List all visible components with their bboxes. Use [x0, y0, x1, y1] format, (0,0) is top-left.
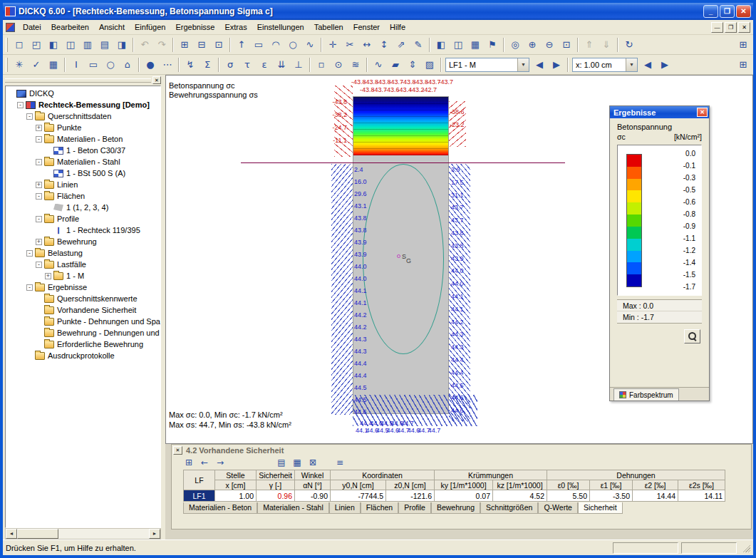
zoom-extents-button[interactable]: ◎ — [507, 36, 524, 53]
table-cell[interactable]: -121.6 — [386, 490, 435, 502]
table-cell[interactable]: 5.50 — [547, 490, 590, 502]
flag-view-button[interactable]: ⚑ — [484, 36, 501, 53]
result-tab[interactable]: Sicherheit — [578, 502, 623, 514]
dropdown-arrow-icon[interactable]: ▼ — [626, 58, 637, 71]
tree-expander[interactable]: + — [36, 239, 42, 245]
tree-item[interactable]: Bewehrung - Dehnungen und — [6, 327, 160, 339]
view-filter-button[interactable]: ▦ — [290, 456, 304, 469]
sort-descending-button[interactable]: ⇓ — [598, 36, 615, 53]
tree-item[interactable]: Vorhandene Sicherheit — [6, 304, 160, 316]
move-tool-button[interactable]: ✛ — [324, 36, 341, 53]
results-panel-close-button[interactable]: ✕ — [697, 108, 708, 117]
tree-item[interactable]: - Materialien - Stahl — [6, 156, 160, 167]
tree-expander[interactable]: + — [45, 273, 51, 279]
previous-load-case-button[interactable]: ◀ — [531, 56, 548, 73]
sort-ascending-button[interactable]: ⇑ — [581, 36, 598, 53]
result-tab[interactable]: Flächen — [361, 502, 398, 514]
tree-item[interactable]: 1 - Beton C30/37 — [6, 145, 160, 156]
table-cell[interactable]: -7744.5 — [331, 490, 386, 502]
multi-point-button[interactable]: ⋯ — [159, 56, 176, 73]
refresh-button[interactable]: ↻ — [621, 36, 638, 53]
support-results-button[interactable]: ⊥ — [290, 56, 307, 73]
tau-results-button[interactable]: τ — [239, 56, 256, 73]
view-table-button[interactable]: ▤ — [274, 456, 289, 469]
tree-item[interactable]: + Punkte — [6, 122, 160, 133]
redo-button[interactable]: ↷ — [153, 36, 170, 53]
tree-expander[interactable]: - — [36, 262, 42, 268]
tree-expander[interactable]: - — [36, 193, 42, 200]
tree-item[interactable]: - Querschnittsdaten — [6, 110, 160, 122]
tree-expander[interactable]: - — [26, 250, 33, 257]
menu-item[interactable]: Bearbeiten — [46, 20, 94, 34]
tree-item[interactable]: - Ergebnisse — [6, 281, 160, 293]
zoom-window-button[interactable]: ⊡ — [558, 36, 575, 53]
save-button[interactable]: ◫ — [62, 36, 79, 53]
menu-item[interactable]: Einfügen — [130, 20, 170, 34]
report-view-button[interactable]: ▦ — [467, 36, 484, 53]
tree-item[interactable]: + 1 - M — [6, 270, 160, 281]
dimension-vertical-button[interactable]: ↕ — [376, 36, 393, 53]
tree-expander[interactable]: + — [36, 125, 42, 131]
result-tab[interactable]: Materialien - Stahl — [257, 502, 329, 514]
circle-tool-button[interactable]: ○ — [284, 36, 301, 53]
table-cell[interactable]: -0.90 — [295, 490, 331, 502]
tree-item[interactable]: - Rechteck-Bemessung [Demo] — [6, 99, 160, 110]
mdi-close-button[interactable]: ✕ — [738, 22, 750, 33]
result-tab[interactable]: Bewehrung — [431, 502, 480, 514]
snap-tool-button[interactable]: ✳ — [11, 56, 28, 73]
arrow-results-button[interactable]: ⇊ — [273, 56, 290, 73]
menu-item[interactable]: Extras — [219, 20, 252, 34]
mesh-tool-button[interactable]: ▦ — [45, 56, 62, 73]
tree-item[interactable]: 1 - BSt 500 S (A) — [6, 167, 160, 179]
split-view-button[interactable]: ◫ — [450, 36, 467, 53]
tree-expander[interactable]: - — [26, 113, 33, 120]
table-points-button[interactable]: ⊞ — [176, 36, 193, 53]
sum-button[interactable]: Σ — [199, 56, 216, 73]
isolines-button[interactable]: ≋ — [347, 56, 364, 73]
resize-grip[interactable] — [741, 543, 750, 552]
undo-button[interactable]: ↶ — [136, 36, 153, 53]
next-position-button[interactable]: ▶ — [656, 56, 673, 73]
drawing-area[interactable]: Betonspannung σc Bewehrungsspannung σs -… — [165, 75, 753, 444]
diagram-hatch-button[interactable]: ▨ — [421, 56, 438, 73]
node-tool-button[interactable]: ↑ — [233, 36, 250, 53]
tree-item[interactable]: Ausdruckprotokolle — [6, 350, 160, 361]
result-table-close-button[interactable]: ✕ — [173, 446, 182, 455]
profile-tool-button[interactable]: Ⅰ — [68, 56, 85, 73]
forward-button[interactable]: → — [213, 456, 227, 469]
tree-item[interactable]: Erforderliche Bewehrung — [6, 339, 160, 350]
diagram-limits-button[interactable]: ⇕ — [404, 56, 421, 73]
single-point-button[interactable]: ● — [142, 56, 159, 73]
tree-expander[interactable]: + — [36, 182, 42, 188]
print-button[interactable]: ▤ — [96, 36, 113, 53]
scroll-left-button[interactable]: ◄ — [6, 529, 17, 539]
mdi-restore-button[interactable]: ❐ — [725, 22, 737, 33]
dimension-horizontal-button[interactable]: ↔ — [358, 36, 376, 53]
tree-item[interactable]: 1 (1, 2, 3, 4) — [6, 202, 160, 213]
tree-item[interactable]: DICKQ — [6, 88, 160, 99]
display-options-button[interactable]: ≡ — [333, 456, 347, 469]
import-button[interactable]: ◧ — [45, 36, 62, 53]
tree-horizontal-scrollbar[interactable]: ◄ ► — [5, 528, 161, 539]
diagram-line-button[interactable]: ∿ — [370, 56, 387, 73]
toolbar-grip[interactable] — [6, 58, 8, 72]
back-button[interactable]: ← — [197, 456, 212, 469]
tile-view-button[interactable]: ⊞ — [735, 56, 752, 73]
open-button[interactable]: ◰ — [28, 36, 45, 53]
minimize-button[interactable]: _ — [703, 5, 718, 18]
next-load-case-button[interactable]: ▶ — [548, 56, 565, 73]
arc-tool-button[interactable]: ◠ — [267, 36, 284, 53]
document-icon[interactable] — [6, 23, 15, 32]
result-tab[interactable]: Profile — [398, 502, 431, 514]
tree-item[interactable]: - Lastfälle — [6, 259, 160, 270]
menu-item[interactable]: Ergebnisse — [170, 20, 219, 34]
menu-item[interactable]: Tabellen — [309, 20, 348, 34]
spline-tool-button[interactable]: ∿ — [301, 36, 319, 53]
tree-expander[interactable]: - — [26, 284, 33, 291]
tree-item[interactable]: - Flächen — [6, 190, 160, 202]
results-panel-titlebar[interactable]: Ergebnisse ✕ — [610, 106, 709, 118]
diagram-filled-button[interactable]: ▰ — [387, 56, 404, 73]
table-row-label[interactable]: LF1 — [184, 490, 215, 502]
dropdown-arrow-icon[interactable]: ▼ — [517, 58, 529, 71]
sigma-results-button[interactable]: σ — [222, 56, 239, 73]
